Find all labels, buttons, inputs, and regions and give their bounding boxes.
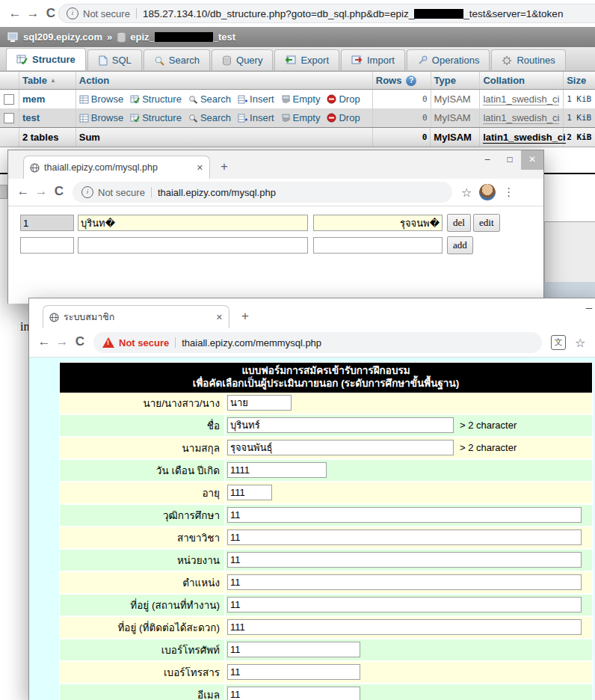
- tab-close-icon[interactable]: ✕: [209, 313, 223, 322]
- structure-link[interactable]: Structure: [130, 112, 182, 123]
- fax-field[interactable]: [227, 664, 360, 680]
- back-icon[interactable]: ←: [35, 329, 53, 356]
- reload-icon[interactable]: C: [50, 179, 68, 206]
- new-tab-button[interactable]: +: [221, 159, 228, 174]
- work-address-field[interactable]: [227, 597, 582, 612]
- bookmark-star-icon[interactable]: ☆: [461, 185, 472, 200]
- import-icon: [351, 55, 363, 65]
- browse-link[interactable]: Browse: [79, 93, 123, 105]
- info-icon[interactable]: i: [67, 7, 78, 19]
- maximize-icon[interactable]: □: [499, 150, 521, 170]
- window2-tab[interactable]: ระบบสมาชิก ✕: [43, 305, 229, 328]
- table-name-link[interactable]: mem: [22, 93, 45, 105]
- email-field[interactable]: [227, 687, 360, 700]
- education-field[interactable]: [227, 507, 582, 523]
- main-address-bar[interactable]: i Not secure 185.27.134.10/db_structure.…: [58, 4, 595, 23]
- new-tab-button[interactable]: +: [241, 309, 249, 324]
- window2-titlebar[interactable]: ระบบสมาชิก ✕ + –: [29, 298, 595, 328]
- breadcrumb-server[interactable]: sql209.epizy.com: [23, 31, 102, 43]
- drop-link[interactable]: Drop: [327, 93, 360, 105]
- search-link[interactable]: Search: [188, 112, 231, 123]
- col-table: Table: [22, 75, 47, 86]
- tab-structure[interactable]: Structure: [6, 48, 86, 70]
- record-surname-field[interactable]: [313, 215, 443, 231]
- reload-icon[interactable]: C: [42, 0, 60, 27]
- browse-link[interactable]: Browse: [79, 112, 123, 123]
- tab-export[interactable]: Export: [274, 49, 339, 70]
- position-field[interactable]: [227, 574, 582, 590]
- back-icon[interactable]: ←: [14, 179, 32, 206]
- main-url-suffix: _test&server=1&token: [463, 8, 563, 19]
- tab-routines[interactable]: Routines: [491, 49, 565, 70]
- edit-button[interactable]: edit: [473, 214, 500, 232]
- new-id-field[interactable]: [20, 237, 74, 254]
- insert-link[interactable]: Insert: [238, 112, 274, 123]
- row-checkbox[interactable]: [4, 113, 14, 123]
- breadcrumb-db-prefix[interactable]: epiz_: [130, 31, 155, 43]
- info-icon[interactable]: i: [81, 186, 93, 198]
- reload-icon[interactable]: C: [71, 329, 89, 356]
- tab-operations[interactable]: Operations: [407, 49, 490, 70]
- age-field[interactable]: [227, 485, 272, 500]
- col-size: Size: [567, 75, 586, 86]
- window1-omnibox[interactable]: i Not secure thaiall.epizy.com/mysql.php: [73, 182, 452, 203]
- lastname-field[interactable]: [227, 440, 454, 455]
- del-button[interactable]: del: [447, 214, 471, 232]
- tab-sql[interactable]: SQL: [87, 49, 142, 70]
- minimize-icon[interactable]: –: [578, 298, 595, 319]
- structure-link[interactable]: Structure: [130, 93, 182, 105]
- forward-icon[interactable]: →: [32, 179, 50, 206]
- window1-titlebar[interactable]: thaiall.epizy.com/mysql.php ✕ + – □ ✕: [8, 150, 543, 179]
- tab-search[interactable]: Search: [144, 49, 210, 70]
- forward-icon[interactable]: →: [53, 329, 71, 356]
- empty-link[interactable]: Empty: [281, 112, 321, 123]
- add-button[interactable]: add: [447, 236, 473, 254]
- new-surname-field[interactable]: [313, 237, 443, 254]
- major-field[interactable]: [227, 529, 582, 545]
- window2-omnibox[interactable]: Not secure thaiall.epizy.com/memmysql.ph…: [93, 332, 542, 353]
- back-icon[interactable]: ←: [6, 0, 24, 27]
- tab-query[interactable]: Query: [212, 49, 273, 70]
- organization-field[interactable]: [227, 552, 582, 568]
- drop-icon: [327, 113, 336, 123]
- insert-link[interactable]: Insert: [238, 93, 274, 105]
- field-note: > 2 character: [460, 420, 517, 431]
- browse-icon: [79, 114, 89, 123]
- structure-icon: [130, 95, 140, 104]
- table-sum-row: 2 tables Sum 0 MyISAM latin1_swedish_ci …: [0, 127, 595, 147]
- tab-close-icon[interactable]: ✕: [189, 163, 203, 173]
- contact-address-field[interactable]: [227, 619, 582, 635]
- new-name-field[interactable]: [78, 237, 308, 254]
- row-checkbox[interactable]: [4, 94, 14, 105]
- forward-icon[interactable]: →: [24, 0, 42, 27]
- partial-page-icon: [0, 185, 7, 199]
- tab-import[interactable]: Import: [341, 49, 405, 70]
- form-row: เบอร์โทรสาร: [60, 662, 592, 683]
- drop-icon: [327, 94, 336, 104]
- close-icon[interactable]: ✕: [521, 150, 543, 170]
- record-name-field[interactable]: [78, 215, 308, 231]
- help-icon[interactable]: ?: [406, 76, 416, 86]
- menu-dots-icon[interactable]: ⋮: [503, 185, 514, 199]
- profile-avatar[interactable]: [479, 184, 496, 200]
- browse-icon: [79, 95, 89, 104]
- bookmark-star-icon[interactable]: ☆: [575, 336, 585, 350]
- size-value[interactable]: 1 KiB: [567, 94, 591, 104]
- size-value[interactable]: 1 KiB: [567, 113, 591, 123]
- breadcrumb-db-suffix[interactable]: _test: [213, 31, 235, 43]
- window1-tab[interactable]: thaiall.epizy.com/mysql.php ✕: [23, 156, 210, 179]
- title-field[interactable]: [227, 395, 292, 411]
- birthdate-field[interactable]: [227, 462, 327, 478]
- phone-field[interactable]: [227, 642, 360, 657]
- minimize-icon[interactable]: –: [476, 150, 499, 170]
- empty-link[interactable]: Empty: [281, 93, 321, 105]
- search-link[interactable]: Search: [188, 93, 231, 105]
- warning-icon[interactable]: [102, 337, 114, 348]
- table-name-link[interactable]: test: [22, 112, 40, 123]
- translate-icon[interactable]: 文: [551, 335, 566, 350]
- insert-icon: [238, 114, 247, 123]
- firstname-field[interactable]: [227, 417, 454, 433]
- row-count: 0: [422, 113, 428, 123]
- drop-link[interactable]: Drop: [327, 112, 360, 123]
- main-toolbar: ← → C i Not secure 185.27.134.10/db_stru…: [0, 0, 595, 27]
